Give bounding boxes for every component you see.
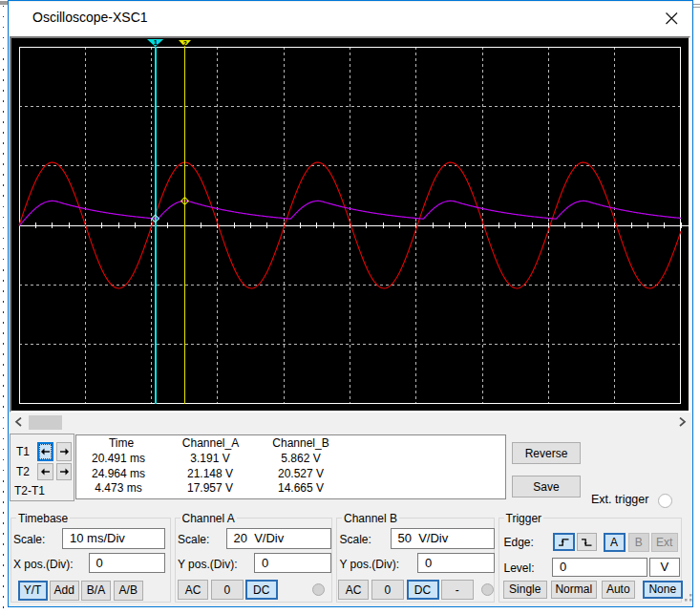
svg-text:2: 2 <box>183 40 187 47</box>
svg-text:1: 1 <box>154 38 158 47</box>
